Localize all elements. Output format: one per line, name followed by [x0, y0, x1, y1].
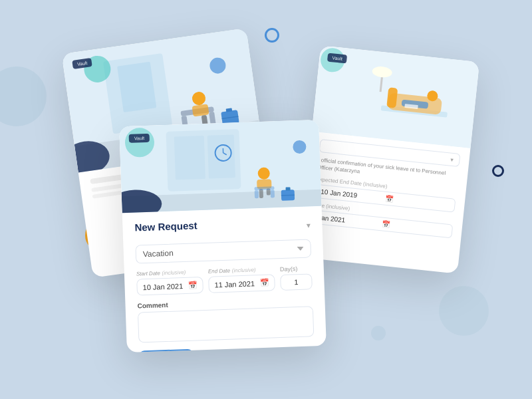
svg-rect-8	[192, 104, 209, 116]
start-date-input-wrap[interactable]: 📅	[136, 277, 203, 295]
start-date-input[interactable]	[142, 281, 186, 291]
deco-circle-tl	[0, 66, 47, 126]
faq-link[interactable]: Read FAQ	[283, 350, 315, 352]
deco-circle-right-navy	[492, 165, 504, 177]
svg-rect-2	[117, 62, 156, 112]
svg-rect-39	[285, 187, 290, 190]
days-label: Day(s)	[280, 265, 312, 273]
svg-rect-29	[207, 134, 235, 178]
start-date-calendar-icon[interactable]: 📅	[188, 281, 197, 289]
start-date-label: Start Date (inclusive)	[136, 268, 203, 277]
end-date-field: End Date (inclusive) 📅	[208, 265, 275, 293]
card-footer: SUBMIT Have questions? Read FAQ	[139, 344, 315, 352]
submit-button[interactable]: SUBMIT	[139, 349, 194, 352]
deco-circle-br-small	[371, 326, 386, 340]
card-main-title: New Request	[134, 219, 198, 233]
end-date-input[interactable]	[214, 279, 258, 289]
card-main-header-image: Vault	[119, 120, 321, 213]
svg-line-40	[281, 195, 295, 196]
date-row: Start Date (inclusive) 📅 End Date (inclu…	[136, 264, 313, 295]
card-back-right: Vault ▾ t official confirmation of your …	[299, 45, 479, 273]
faq-section: Have questions? Read FAQ	[229, 347, 315, 352]
days-input: 1	[280, 273, 313, 291]
card-main-body: New Request ▾ Vacation Sick Leave Person…	[122, 206, 327, 352]
start-date-field: Start Date (inclusive) 📅	[136, 268, 203, 295]
svg-rect-36	[255, 190, 259, 198]
days-field: Day(s) 1	[280, 265, 313, 291]
card-back-right-image: Vault	[312, 45, 479, 148]
card-main: Vault New Request ▾ Vacation Sick Leave …	[119, 120, 327, 352]
request-type-select[interactable]: Vacation Sick Leave Personal	[135, 239, 311, 263]
end-date-calendar-icon[interactable]: 📅	[259, 279, 269, 287]
faq-question-text: Have questions?	[229, 352, 279, 352]
deco-circle-top-blue	[265, 28, 279, 43]
end-date-input-wrap[interactable]: 📅	[208, 274, 275, 293]
svg-rect-37	[271, 190, 275, 198]
card-back-right-body: ▾ t official confirmation of your sick l…	[301, 132, 471, 251]
comment-textarea[interactable]	[138, 306, 314, 342]
svg-rect-28	[174, 136, 205, 180]
card-main-expand-icon[interactable]: ▾	[306, 220, 310, 229]
svg-rect-35	[254, 186, 274, 190]
end-date-label: End Date (inclusive)	[208, 265, 275, 274]
deco-circle-br-large	[439, 286, 489, 336]
card-main-chip: Vault	[129, 134, 150, 143]
